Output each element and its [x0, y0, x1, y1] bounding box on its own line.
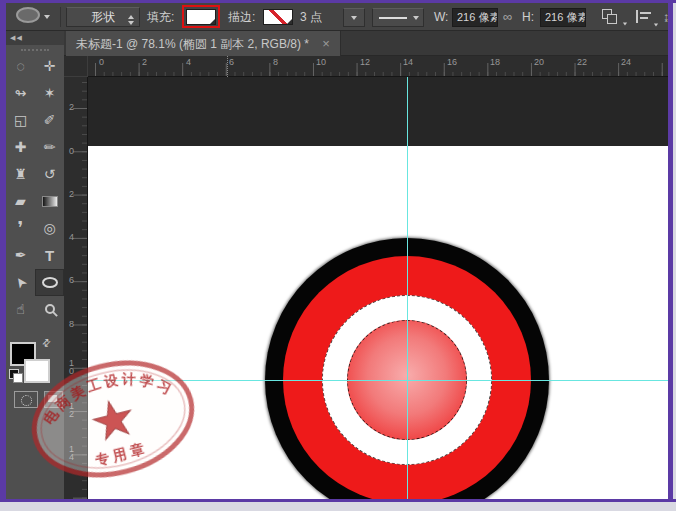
magic-wand-tool[interactable]: ✶ [35, 80, 64, 107]
chevron-down-icon [413, 16, 419, 20]
lasso-tool[interactable]: ↬ [6, 80, 35, 107]
fill-highlight-annotation [182, 5, 220, 28]
ruler-label: 2 [142, 57, 147, 67]
ruler-label: 10 [316, 57, 326, 67]
window-border-bottom [0, 499, 676, 502]
marquee-tool[interactable]: ◌ [6, 53, 35, 80]
brush-icon: ✏ [44, 134, 56, 161]
ruler-label: 22 [577, 57, 587, 67]
blur-drop-icon: ❜ [18, 215, 24, 242]
options-overflow-icon[interactable]: ↨ [663, 3, 669, 31]
stroke-width-dropdown[interactable] [343, 8, 365, 27]
path-operations-button[interactable] [602, 9, 622, 25]
stroke-label: 描边: [228, 3, 255, 31]
vertical-guide[interactable] [407, 77, 408, 499]
magic-wand-icon: ✶ [44, 80, 56, 107]
solid-line-icon [379, 17, 407, 19]
crop-tool[interactable]: ◱ [6, 107, 35, 134]
link-dimensions-icon[interactable]: ∞ [503, 3, 512, 31]
marquee-icon: ◌ [16, 53, 24, 80]
tool-preset-picker[interactable] [16, 3, 60, 31]
zoom-tool[interactable] [35, 296, 64, 323]
hand-tool[interactable]: ☝ [6, 296, 35, 323]
tool-mode-value: 形状 [91, 10, 115, 24]
window-border-right [668, 0, 673, 502]
ruler-corner[interactable] [64, 56, 88, 77]
path-selection-tool[interactable]: ➤ [6, 269, 35, 296]
history-brush-tool[interactable]: ↺ [35, 161, 64, 188]
ruler-label: 20 [534, 57, 544, 67]
close-icon[interactable]: × [322, 36, 330, 51]
fill-label: 填充: [147, 3, 174, 31]
overlapping-squares-icon [607, 14, 617, 24]
pen-icon: ✒ [15, 242, 27, 269]
ruler-label: 24 [621, 57, 631, 67]
swap-colors-icon[interactable]: ⇄ [39, 336, 53, 350]
toolbar-collapse-button[interactable]: ◀◀ [6, 31, 64, 45]
ruler-label: 14 [403, 57, 413, 67]
tool-grid: ◌ ✛ ↬ ✶ ◱ ✐ ✚ ✏ ♜ ↺ ▰ ❜ ◎ ✒ T ➤ ☝ [6, 53, 64, 323]
ellipse-icon [42, 277, 58, 288]
width-label: W: [434, 3, 448, 31]
align-icon [640, 17, 648, 19]
ruler-label: 0 [99, 57, 104, 67]
ruler-label: 16 [447, 57, 457, 67]
path-alignment-button[interactable] [636, 9, 654, 25]
ruler-label: 6 [229, 57, 234, 67]
chevron-down-icon [654, 24, 658, 27]
align-icon [636, 10, 638, 23]
ruler-label: 4 [67, 233, 76, 241]
ruler-label: 8 [67, 320, 76, 328]
clone-stamp-tool[interactable]: ♜ [6, 161, 35, 188]
ellipse-tool-selected[interactable] [35, 269, 64, 296]
updown-arrows-icon [128, 15, 134, 25]
separator [60, 7, 61, 27]
move-icon: ✛ [44, 53, 56, 80]
healing-brush-tool[interactable]: ✚ [6, 134, 35, 161]
document-tab-bar: 未标题-1 @ 78.1% (椭圆 1 副本 2, RGB/8) * × [64, 31, 668, 56]
chevron-down-icon [351, 16, 357, 20]
move-tool[interactable]: ✛ [35, 53, 64, 80]
document-tab[interactable]: 未标题-1 @ 78.1% (椭圆 1 副本 2, RGB/8) * × [66, 31, 341, 56]
ruler-label: 18 [490, 57, 500, 67]
type-tool[interactable]: T [35, 242, 64, 269]
eyedropper-tool[interactable]: ✐ [35, 107, 64, 134]
ruler-label: 0 [67, 147, 76, 155]
ellipse-preset-icon [16, 7, 40, 23]
chevron-down-icon [623, 23, 627, 26]
brush-tool[interactable]: ✏ [35, 134, 64, 161]
height-label: H: [522, 3, 534, 31]
align-icon [640, 12, 651, 14]
tool-mode-dropdown[interactable]: 形状 [66, 7, 140, 27]
lasso-icon: ↬ [15, 80, 27, 107]
hand-icon: ☝ [16, 296, 25, 323]
height-field[interactable]: 216 像素 [540, 8, 586, 27]
clone-stamp-icon: ♜ [14, 161, 27, 188]
magnifier-icon [45, 304, 55, 314]
gradient-tool[interactable] [35, 188, 64, 215]
gradient-icon [42, 196, 58, 207]
stroke-style-dropdown[interactable] [372, 8, 424, 27]
blur-tool[interactable]: ❜ [6, 215, 35, 242]
width-field[interactable]: 216 像素 [452, 8, 498, 27]
history-brush-icon: ↺ [44, 161, 56, 188]
ruler-label: 2 [67, 103, 76, 111]
swatch-corner-arrow-icon [287, 19, 292, 24]
type-icon: T [45, 242, 54, 269]
document-tab-title: 未标题-1 @ 78.1% (椭圆 1 副本 2, RGB/8) * [76, 37, 309, 51]
tool-options-bar: 形状 填充: 描边: 3 点 W: 216 像素 ∞ H: 216 像素 [6, 3, 668, 31]
eraser-icon: ▰ [15, 188, 26, 215]
pen-tool[interactable]: ✒ [6, 242, 35, 269]
ruler-position-marker [227, 56, 228, 77]
stroke-swatch[interactable] [263, 9, 293, 25]
dodge-tool[interactable]: ◎ [35, 215, 64, 242]
photoshop-window: 形状 填充: 描边: 3 点 W: 216 像素 ∞ H: 216 像素 [0, 0, 676, 511]
crop-icon: ◱ [14, 107, 27, 134]
toolbar-grip-handle[interactable] [21, 49, 49, 51]
ruler-label: 6 [67, 276, 76, 284]
ruler-label: 2 [67, 190, 76, 198]
horizontal-ruler[interactable]: 0 2 4 6 8 10 12 14 16 18 20 22 24 [88, 56, 668, 77]
stroke-width-value[interactable]: 3 点 [300, 3, 322, 31]
eraser-tool[interactable]: ▰ [6, 188, 35, 215]
dodge-icon: ◎ [43, 215, 55, 242]
